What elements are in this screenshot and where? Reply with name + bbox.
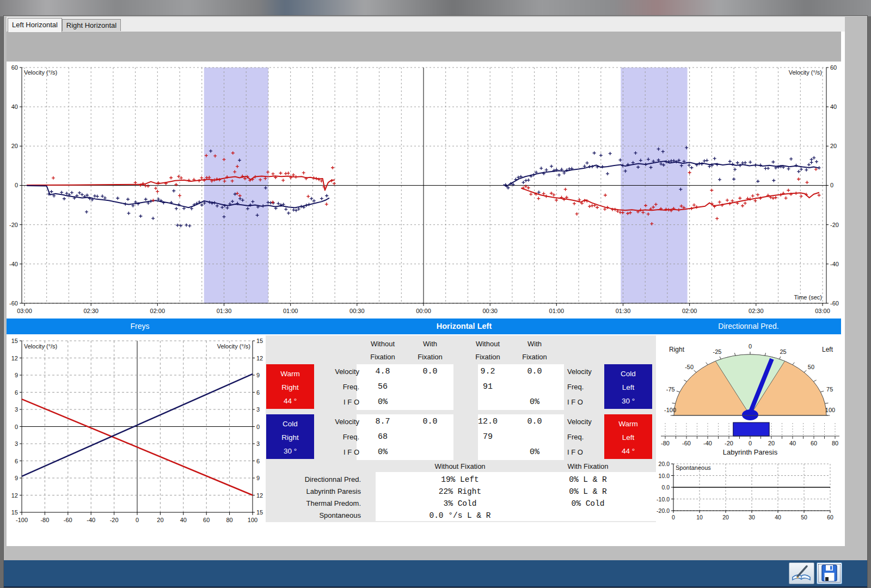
- svg-text:0: 0: [15, 182, 18, 188]
- velocity-value: 4.8: [358, 367, 407, 377]
- svg-text:12: 12: [256, 355, 263, 362]
- svg-text:0: 0: [749, 440, 752, 446]
- svg-text:-80: -80: [661, 440, 670, 446]
- ifo-value: 0%: [358, 397, 407, 407]
- velocity-value: 0.0: [510, 417, 559, 427]
- svg-text:10: 10: [696, 514, 703, 520]
- summary-value: 0.0 °/s L & R: [411, 510, 509, 521]
- svg-text:40: 40: [11, 103, 18, 110]
- svg-text:9: 9: [256, 475, 260, 481]
- svg-text:01:00: 01:00: [549, 308, 565, 314]
- horizontal-left-section-title: Horizontal Left: [266, 318, 663, 334]
- svg-text:-60: -60: [682, 440, 691, 446]
- tab-right-horizontal[interactable]: Right Horizontal: [62, 19, 121, 31]
- svg-text:6: 6: [15, 458, 18, 464]
- svg-text:3: 3: [256, 440, 260, 447]
- svg-text:80: 80: [832, 440, 838, 446]
- ifo-value: 0%: [358, 448, 407, 457]
- summary-header-without: Without Fixation: [411, 462, 509, 471]
- row-label-ifo: I F O: [299, 397, 359, 407]
- svg-text:Velocity (°/s): Velocity (°/s): [217, 343, 250, 350]
- svg-text:3: 3: [15, 440, 18, 447]
- svg-text:3: 3: [256, 406, 260, 413]
- svg-text:-20: -20: [110, 517, 119, 523]
- svg-text:-50: -50: [685, 364, 694, 370]
- svg-text:12: 12: [11, 355, 18, 362]
- column-header: WithoutFixation: [358, 337, 407, 363]
- svg-text:Velocity (°/s): Velocity (°/s): [789, 69, 822, 76]
- summary-value: 3% Cold: [411, 498, 509, 509]
- svg-text:Time (sec): Time (sec): [794, 294, 822, 301]
- svg-text:03:00: 03:00: [17, 308, 32, 314]
- save-button[interactable]: [817, 562, 842, 584]
- svg-text:0: 0: [830, 182, 833, 188]
- row-label-velocity: Velocity: [567, 367, 627, 377]
- svg-text:02:30: 02:30: [83, 308, 99, 314]
- column-header: WithoutFixation: [463, 337, 512, 363]
- svg-text:Velocity (°/s): Velocity (°/s): [24, 343, 57, 350]
- tab-label: Right Horizontal: [66, 21, 117, 29]
- summary-value: 22% Right: [411, 486, 509, 497]
- svg-text:02:00: 02:00: [682, 308, 697, 314]
- svg-text:20: 20: [722, 514, 729, 520]
- svg-text:12: 12: [11, 492, 18, 499]
- svg-text:75: 75: [826, 386, 833, 393]
- velocity-value: 0.0: [406, 417, 455, 427]
- svg-text:20: 20: [768, 440, 775, 446]
- svg-text:9: 9: [15, 475, 18, 481]
- summary-value: 0% L & R: [539, 486, 637, 497]
- svg-text:40: 40: [775, 514, 781, 520]
- svg-text:6: 6: [15, 389, 18, 396]
- svg-text:-100: -100: [664, 407, 676, 413]
- svg-text:6: 6: [256, 458, 260, 464]
- summary-label: Directionnal Pred.: [266, 474, 361, 485]
- svg-text:01:30: 01:30: [616, 308, 631, 314]
- svg-text:15: 15: [11, 338, 18, 344]
- svg-text:9: 9: [256, 372, 260, 378]
- svg-text:-80: -80: [40, 517, 49, 523]
- svg-text:-20: -20: [830, 222, 839, 228]
- edit-report-button[interactable]: [789, 562, 814, 584]
- save-floppy-icon: [818, 564, 841, 583]
- svg-text:80: 80: [226, 517, 232, 523]
- summary-header-with: With Fixation: [539, 462, 637, 471]
- freq-value: 68: [358, 432, 407, 442]
- velocity-value: 8.7: [358, 417, 407, 427]
- summary-label: Labyrinth Paresis: [266, 486, 361, 497]
- svg-text:0: 0: [136, 517, 139, 523]
- svg-text:-40: -40: [830, 261, 839, 267]
- svg-text:-60: -60: [64, 517, 72, 523]
- tab-left-horizontal[interactable]: Left Horizontal: [8, 18, 62, 32]
- section-header-bar: Freys Horizontal Left Directionnal Pred.: [7, 318, 841, 334]
- svg-text:40: 40: [180, 517, 187, 523]
- svg-text:0: 0: [749, 343, 752, 350]
- svg-text:01:00: 01:00: [283, 308, 298, 314]
- svg-text:0.0: 0.0: [661, 484, 670, 491]
- svg-text:02:00: 02:00: [150, 308, 165, 314]
- row-label-ifo: I F O: [567, 397, 627, 407]
- svg-text:30: 30: [749, 514, 755, 520]
- status-bar-edge: [4, 586, 867, 587]
- row-label-ifo: I F O: [567, 448, 627, 457]
- svg-text:03:00: 03:00: [815, 308, 830, 314]
- svg-text:-100: -100: [16, 517, 28, 523]
- svg-text:12: 12: [256, 492, 263, 499]
- svg-text:-75: -75: [666, 386, 675, 393]
- freys-chart: 151512129966330033669912121515-100-80-60…: [7, 335, 273, 531]
- svg-text:60: 60: [11, 64, 18, 71]
- summary-label: Spontaneous: [266, 510, 361, 521]
- svg-text:60: 60: [830, 64, 837, 71]
- freq-value: 91: [463, 382, 512, 392]
- directional-preponderance-panel: -100-75-50-250255075100RightLeft-80-60-4…: [656, 335, 845, 546]
- svg-text:0: 0: [256, 424, 260, 430]
- svg-text:-40: -40: [9, 261, 18, 267]
- row-label-freq: Freq.: [299, 382, 359, 392]
- main-content-panel: Left Horizontal Right Horizontal 6060404…: [7, 17, 845, 546]
- status-bar: [4, 560, 867, 586]
- svg-text:15: 15: [11, 509, 18, 516]
- svg-text:9: 9: [15, 372, 18, 378]
- svg-text:-25: -25: [713, 348, 722, 355]
- caloric-velocity-chart: 60604040202000-20-20-40-40-60-6003:0002:…: [7, 63, 843, 318]
- svg-text:20.0: 20.0: [659, 461, 670, 467]
- svg-text:Labyrinth Paresis: Labyrinth Paresis: [723, 448, 778, 456]
